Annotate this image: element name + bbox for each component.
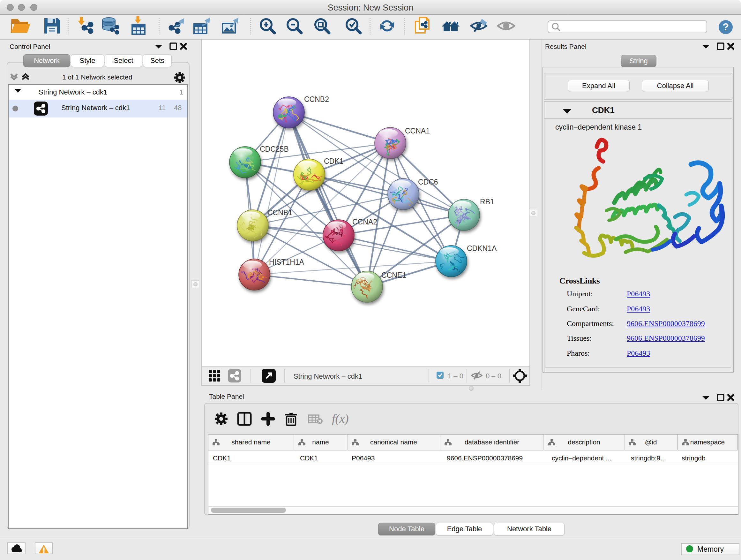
svg-text:CCNB1: CCNB1 (267, 208, 292, 217)
svg-text:CCNA1: CCNA1 (405, 127, 430, 135)
svg-text:HIST1H1A: HIST1H1A (269, 258, 305, 266)
svg-text:CCNE1: CCNE1 (381, 271, 406, 279)
svg-text:f(x): f(x) (332, 412, 349, 426)
svg-text:RB1: RB1 (480, 198, 494, 206)
svg-text:String Network – cdk1: String Network – cdk1 (293, 372, 362, 380)
svg-text:0 – 0: 0 – 0 (486, 372, 501, 380)
svg-text:CDKN1A: CDKN1A (467, 244, 497, 253)
svg-text:?: ? (723, 21, 729, 33)
svg-text:1 – 0: 1 – 0 (448, 372, 463, 380)
svg-text:CDC6: CDC6 (418, 178, 438, 186)
svg-text:CDC25B: CDC25B (260, 145, 289, 153)
svg-text:CDK1: CDK1 (324, 157, 343, 165)
svg-text:CCNA2: CCNA2 (352, 218, 377, 226)
svg-text:CCNB2: CCNB2 (304, 95, 329, 104)
